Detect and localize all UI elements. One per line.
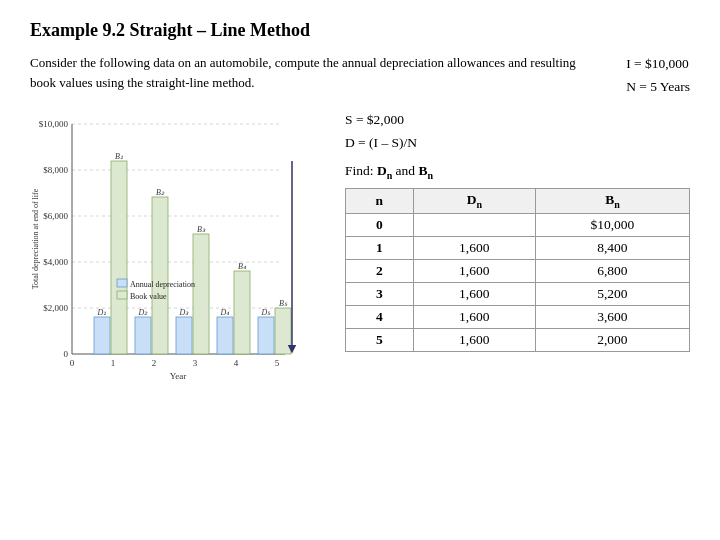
y-label-4000: $4,000 [43,257,68,267]
cell-n: 4 [346,306,414,329]
table-row: 11,6008,400 [346,237,690,260]
formula-block: S = $2,000 D = (I – S)/N [345,109,690,155]
param-D: D = (I – S)/N [345,132,690,155]
cell-dn: 1,600 [413,329,535,352]
cell-bn: $10,000 [535,214,689,237]
cell-n: 5 [346,329,414,352]
col-n: n [346,189,414,214]
chart-area: 0 $2,000 $4,000 $6,000 $8,000 $10,000 0 … [30,109,325,399]
chart-svg: 0 $2,000 $4,000 $6,000 $8,000 $10,000 0 … [30,109,325,399]
param-N: N = 5 Years [626,76,690,99]
bar-annual-4 [217,317,233,354]
find-Dn: Dn [377,163,392,178]
d-label-5: D₅ [261,308,272,317]
bar-annual-5 [258,317,274,354]
param-S: S = $2,000 [345,109,690,132]
page-title: Example 9.2 Straight – Line Method [30,20,690,41]
cell-n: 3 [346,283,414,306]
legend-annual-box [117,279,127,287]
find-line: Find: Dn and Bn [345,163,690,181]
col-Bn: Bn [535,189,689,214]
x-label-2: 2 [152,358,157,368]
col-Dn: Dn [413,189,535,214]
cell-bn: 8,400 [535,237,689,260]
d-label-2: D₂ [138,308,149,317]
cell-dn: 1,600 [413,283,535,306]
cell-bn: 6,800 [535,260,689,283]
y-label-10000: $10,000 [39,119,69,129]
y-axis-title: Total depreciation at end of life [31,188,40,289]
x-label-0: 0 [70,358,75,368]
right-panel: S = $2,000 D = (I – S)/N Find: Dn and Bn… [345,109,690,399]
cell-dn: 1,600 [413,237,535,260]
params-block: I = $10,000 N = 5 Years [626,53,690,99]
cell-n: 2 [346,260,414,283]
table-row: 0$10,000 [346,214,690,237]
page-container: Example 9.2 Straight – Line Method Consi… [30,20,690,399]
param-I: I = $10,000 [626,53,690,76]
d-label-3: D₃ [179,308,190,317]
legend-book-box [117,291,127,299]
x-axis-title: Year [170,371,187,381]
bar-book-1 [111,161,127,354]
b-label-5: B₅ [279,299,288,308]
d-label-1: D₁ [97,308,107,317]
b-label-2: B₂ [156,188,165,197]
x-label-1: 1 [111,358,116,368]
b-label-1: B₁ [115,152,123,161]
y-label-2000: $2,000 [43,303,68,313]
bar-annual-3 [176,317,192,354]
b-label-4: B₄ [238,262,247,271]
table-row: 31,6005,200 [346,283,690,306]
table-row: 41,6003,600 [346,306,690,329]
bar-annual-1 [94,317,110,354]
bar-book-3 [193,234,209,354]
table-row: 21,6006,800 [346,260,690,283]
d-label-4: D₄ [220,308,231,317]
intro-text: Consider the following data on an automo… [30,53,596,99]
bar-book-4 [234,271,250,354]
bar-annual-2 [135,317,151,354]
find-Bn: Bn [418,163,433,178]
cell-n: 1 [346,237,414,260]
legend-book-text: Book value [130,292,167,301]
cell-n: 0 [346,214,414,237]
table-body: 0$10,00011,6008,40021,6006,80031,6005,20… [346,214,690,352]
bar-book-5 [275,308,291,354]
lower-section: 0 $2,000 $4,000 $6,000 $8,000 $10,000 0 … [30,109,690,399]
y-label-8000: $8,000 [43,165,68,175]
y-label-0: 0 [64,349,69,359]
cell-dn: 1,600 [413,306,535,329]
x-label-3: 3 [193,358,198,368]
cell-bn: 3,600 [535,306,689,329]
intro-block: Consider the following data on an automo… [30,53,690,99]
x-label-5: 5 [275,358,280,368]
table-row: 51,6002,000 [346,329,690,352]
data-table: n Dn Bn 0$10,00011,6008,40021,6006,80031… [345,188,690,352]
cell-dn: 1,600 [413,260,535,283]
legend-annual-text: Annual depreciation [130,280,195,289]
cell-bn: 5,200 [535,283,689,306]
table-header-row: n Dn Bn [346,189,690,214]
cell-bn: 2,000 [535,329,689,352]
cell-dn [413,214,535,237]
y-label-6000: $6,000 [43,211,68,221]
b-label-3: B₃ [197,225,206,234]
bar-book-2 [152,197,168,354]
x-label-4: 4 [234,358,239,368]
